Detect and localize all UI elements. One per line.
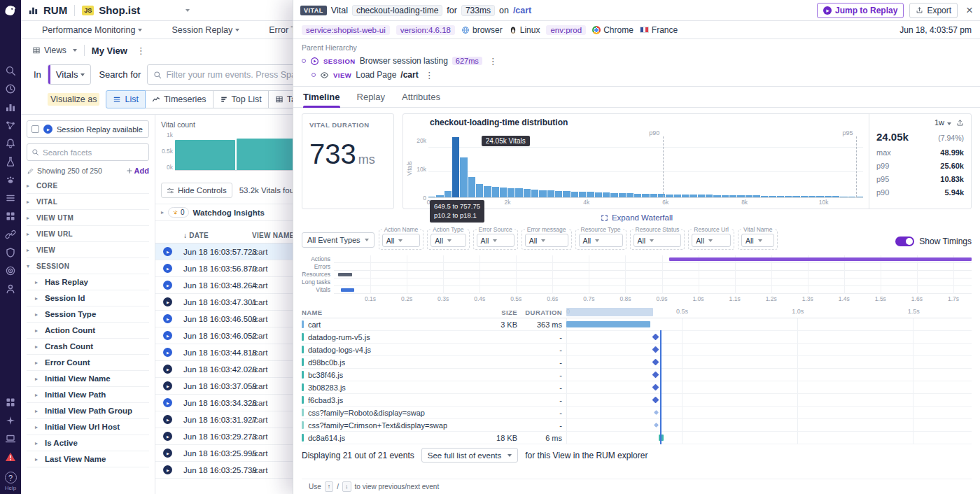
checkbox[interactable] <box>31 125 39 133</box>
replay-play-icon[interactable]: ▶ <box>163 381 172 390</box>
event-type-select[interactable]: Vitals <box>48 64 92 85</box>
arrow-up-key[interactable]: ↑ <box>325 481 334 492</box>
tab-replay[interactable]: Replay <box>357 87 385 107</box>
show-timings-toggle[interactable] <box>895 237 914 246</box>
facet-group[interactable]: ▸CORE <box>27 178 149 194</box>
resource-row[interactable]: datadog-rum-v5.js- <box>302 331 972 344</box>
profile-icon[interactable] <box>5 283 16 295</box>
name-column-header[interactable]: NAME <box>302 309 482 316</box>
monitors-icon[interactable] <box>5 138 16 149</box>
filter-select[interactable]: All <box>634 234 682 247</box>
security-icon[interactable] <box>5 247 16 258</box>
facet-item[interactable]: ▸Session Id <box>27 290 149 306</box>
bits-ai-icon[interactable] <box>5 415 16 426</box>
apps-icon[interactable] <box>5 397 16 408</box>
arrow-down-key[interactable]: ↓ <box>342 481 351 492</box>
facet-item[interactable]: ▸Initial View Path Group <box>27 403 149 419</box>
replay-play-icon[interactable]: ▶ <box>163 415 172 424</box>
vital-duration-token[interactable]: 733ms <box>461 5 495 16</box>
search-icon[interactable] <box>5 65 16 76</box>
facet-group[interactable]: ▸VIEW <box>27 242 149 258</box>
facet-group[interactable]: ▾SESSION <box>27 258 149 274</box>
meta-tag-env-prod[interactable]: env:prod <box>546 25 586 35</box>
facet-item[interactable]: ▸Error Count <box>27 355 149 371</box>
filter-select[interactable]: All <box>579 234 623 247</box>
subnav-item[interactable]: Performance Monitoring <box>42 25 142 35</box>
dashboards-icon[interactable] <box>5 211 16 222</box>
views-button[interactable]: Views <box>32 45 77 55</box>
time-range-selector[interactable]: 1w <box>934 118 951 127</box>
kebab-menu-icon[interactable]: ⋮ <box>423 70 436 80</box>
hide-controls-button[interactable]: Hide Controls <box>161 183 232 198</box>
hierarchy-session-row[interactable]: SESSION Browser session lasting 627ms ⋮ <box>302 54 972 68</box>
date-column-header[interactable]: ↓DATE <box>183 232 252 239</box>
replay-play-icon[interactable]: ▶ <box>163 297 172 306</box>
watchdog-icon[interactable] <box>5 174 16 185</box>
replay-play-icon[interactable]: ▶ <box>163 281 172 290</box>
visualize-list-button[interactable]: List <box>106 90 145 108</box>
filter-select[interactable]: All <box>382 234 421 247</box>
meta-tag-version-4-6-18[interactable]: version:4.6.18 <box>396 25 455 35</box>
size-column-header[interactable]: SIZE <box>482 309 522 316</box>
devices-icon[interactable] <box>5 433 16 444</box>
replay-play-icon[interactable]: ▶ <box>163 365 172 374</box>
replay-play-icon[interactable]: ▶ <box>163 449 172 458</box>
facet-group[interactable]: ▸VIEW URL <box>27 226 149 242</box>
resource-row[interactable]: 3b08283.js- <box>302 381 972 394</box>
session-replay-filter[interactable]: ▶ Session Replay available <box>27 120 149 138</box>
resource-row[interactable]: bc38f46.js- <box>302 369 972 381</box>
replay-play-icon[interactable]: ▶ <box>163 247 172 256</box>
meta-tag-chrome[interactable]: Chrome <box>592 25 634 35</box>
waterfall-overview[interactable]: ActionsErrorsResourcesLong tasksVitals 0… <box>302 255 972 303</box>
meta-tag-service-shopist-web-ui[interactable]: service:shopist-web-ui <box>302 25 390 35</box>
history-icon[interactable] <box>5 83 16 94</box>
hierarchy-view-row[interactable]: VIEW Load Page /cart ⋮ <box>312 68 972 82</box>
help-icon[interactable]: ? <box>5 472 17 484</box>
add-facet-button[interactable]: Add <box>126 167 149 175</box>
expand-waterfall-button[interactable]: Expand Waterfall <box>302 211 972 225</box>
filter-select[interactable]: All <box>525 234 568 247</box>
visualize-top-list-button[interactable]: Top List <box>213 90 269 108</box>
tab-attributes[interactable]: Attributes <box>402 87 440 107</box>
meta-tag-browser[interactable]: browser <box>461 25 503 35</box>
service-map-icon[interactable] <box>5 120 16 131</box>
tab-timeline[interactable]: Timeline <box>303 87 340 107</box>
metrics-icon[interactable] <box>5 101 16 113</box>
replay-play-icon[interactable]: ▶ <box>163 398 172 407</box>
event-types-select[interactable]: All Event Types <box>302 232 374 248</box>
export-button[interactable]: Export <box>909 3 958 18</box>
replay-play-icon[interactable]: ▶ <box>163 348 172 357</box>
facet-group[interactable]: ▸VITAL <box>27 194 149 210</box>
synthetics-icon[interactable] <box>5 156 16 167</box>
facet-item[interactable]: ▸Last View Name <box>27 451 149 467</box>
replay-play-icon[interactable]: ▶ <box>163 331 172 340</box>
meta-tag-linux[interactable]: Linux <box>509 25 540 35</box>
filter-select[interactable]: All <box>430 234 465 247</box>
facet-item[interactable]: ▸Session Type <box>27 306 149 323</box>
application-dropdown-caret[interactable] <box>186 9 190 12</box>
resource-row[interactable]: css?family=Crimson+Text&display=swap- <box>302 419 972 432</box>
filter-select[interactable]: All <box>741 234 774 247</box>
replay-play-icon[interactable]: ▶ <box>163 432 172 441</box>
duration-column-header[interactable]: DURATION <box>522 309 566 316</box>
facet-item[interactable]: ▸Crash Count <box>27 339 149 355</box>
meta-tag-france[interactable]: France <box>640 25 678 35</box>
resource-row[interactable]: d98bc0b.js- <box>302 356 972 369</box>
replay-play-icon[interactable]: ▶ <box>163 264 172 273</box>
datadog-logo[interactable] <box>3 3 18 18</box>
subnav-item[interactable]: Session Replay <box>172 25 239 35</box>
vital-name-token[interactable]: checkout-loading-time <box>352 5 442 16</box>
view-options-kebab-icon[interactable]: ⋮ <box>134 45 148 56</box>
pencil-icon[interactable] <box>27 167 34 175</box>
view-path-link[interactable]: /cart <box>513 6 531 15</box>
export-chart-icon[interactable] <box>956 119 964 127</box>
facet-item[interactable]: ▸Action Count <box>27 323 149 339</box>
logs-icon[interactable] <box>5 192 16 204</box>
resource-row[interactable]: cart3 KB363 ms <box>302 318 972 331</box>
application-selector[interactable]: Shop.ist <box>99 4 140 16</box>
jump-to-replay-button[interactable]: ▶Jump to Replay <box>817 3 904 18</box>
kebab-menu-icon[interactable]: ⋮ <box>486 56 500 66</box>
resource-row[interactable]: datadog-logs-v4.js- <box>302 344 972 356</box>
filter-select[interactable]: All <box>477 234 514 247</box>
error-alert-icon[interactable] <box>5 451 16 463</box>
